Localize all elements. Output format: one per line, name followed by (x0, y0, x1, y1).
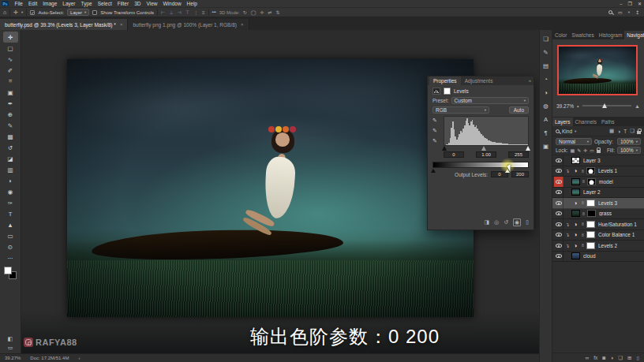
layer-row[interactable]: ↴◑8Color Balance 1 (552, 230, 644, 241)
libraries-panel-icon[interactable]: ❏ (543, 35, 549, 43)
move-tool[interactable]: ✛ (3, 32, 18, 43)
document-tab[interactable]: butterfly.psd @ 39.3% (Levels 3, Layer M… (0, 19, 128, 30)
menu-layer[interactable]: Layer (60, 1, 78, 6)
menu-select[interactable]: Select (95, 1, 114, 6)
layer-mask-thumbnail[interactable] (586, 221, 595, 228)
edit-toolbar[interactable]: ⋯ (3, 252, 18, 263)
zoom-in-icon[interactable]: ▲ (635, 103, 640, 109)
distribute-h-icon[interactable]: ⋮ (193, 9, 198, 15)
screen-mode-icon[interactable]: ▭ (8, 345, 13, 351)
frame-tool[interactable]: ▣ (3, 87, 18, 98)
opacity-dropdown[interactable]: 100%▾ (617, 138, 641, 145)
gradient-tool[interactable]: ▥ (3, 164, 18, 175)
info-panel-icon[interactable]: ▣ (543, 143, 549, 150)
adjustments-panel-icon[interactable]: ◑ (544, 89, 548, 96)
layer-row[interactable]: ◑8Levels 3 (552, 198, 644, 209)
input-gamma-slider[interactable] (481, 146, 486, 151)
history-brush-tool[interactable]: ↺ (3, 142, 18, 153)
tab-swatches[interactable]: Swatches (570, 31, 597, 39)
orbit-3d-icon[interactable]: ↻ (243, 9, 247, 15)
layer-thumbnail[interactable] (571, 178, 580, 185)
layer-name[interactable]: Color Balance 1 (598, 232, 635, 237)
lock-icon[interactable] (637, 131, 641, 134)
menu-edit[interactable]: Edit (25, 1, 39, 6)
menu-type[interactable]: Type (78, 1, 95, 6)
move-tool-icon[interactable]: ✛ (13, 9, 18, 15)
lasso-tool[interactable]: ∿ (3, 54, 18, 65)
layer-row[interactable]: Layer 2 (552, 188, 644, 199)
delete-layer-icon[interactable]: ▯ (636, 355, 639, 361)
paragraph-panel-icon[interactable]: ¶ (544, 129, 547, 136)
lock-artboard-icon[interactable]: ▭ (590, 147, 594, 153)
menu-window[interactable]: Window (160, 1, 184, 6)
layer-name[interactable]: Hue/Saturation 1 (598, 222, 637, 227)
close-tab-icon[interactable]: × (241, 22, 244, 27)
layer-row[interactable]: 8grass (552, 209, 644, 220)
blur-tool[interactable]: ◗ (3, 175, 18, 186)
search-icon[interactable] (608, 10, 612, 14)
brushes-panel-icon[interactable]: ▤ (543, 62, 549, 69)
align-top-icon[interactable]: ⊤ (185, 9, 189, 15)
tab-paths[interactable]: Paths (599, 118, 617, 126)
filter-type-layers-icon[interactable]: T (623, 129, 627, 134)
clip-to-layer-icon[interactable]: ◨ (484, 219, 489, 226)
layer-thumbnail[interactable] (571, 210, 580, 217)
toggle-visibility-icon[interactable]: ◉ (513, 218, 521, 226)
lock-image-icon[interactable]: ✎ (577, 147, 581, 153)
layer-name[interactable]: grass (599, 211, 612, 216)
slide-3d-icon[interactable]: ⇄ (268, 9, 272, 15)
menu-3d[interactable]: 3D (132, 1, 144, 6)
auto-select-target-dropdown[interactable]: Layer▾ (67, 9, 89, 16)
more-options-icon[interactable]: ••• (212, 10, 216, 14)
distribute-v-icon[interactable]: ≡ (202, 10, 205, 15)
chevron-down-icon[interactable]: ▾ (575, 129, 576, 133)
layer-name[interactable]: Levels 1 (598, 168, 617, 174)
navigator-zoom-value[interactable]: 39.27% (556, 103, 574, 109)
layer-mask-thumbnail[interactable] (587, 210, 596, 217)
output-black-slider[interactable] (431, 169, 436, 173)
menu-filter[interactable]: Filter (114, 1, 131, 6)
layer-mask-thumbnail[interactable] (587, 178, 596, 185)
layer-row[interactable]: ↴◑8Levels 2 (552, 241, 644, 252)
input-white-value[interactable]: 255 (508, 151, 529, 158)
status-zoom[interactable]: 39.27% (5, 356, 21, 360)
layer-visibility-toggle[interactable] (554, 230, 564, 241)
layer-name[interactable]: model (599, 179, 613, 185)
new-layer-icon[interactable]: ⊞ (627, 355, 631, 361)
layer-visibility-toggle[interactable] (554, 188, 564, 198)
restore-button[interactable]: ❐ (628, 1, 632, 6)
layer-name[interactable]: Levels 2 (598, 243, 617, 248)
healing-brush-tool[interactable]: ⊕ (3, 109, 18, 120)
layer-thumbnail[interactable] (571, 157, 580, 164)
output-white-value[interactable]: 200 (511, 171, 529, 177)
align-center-h-icon[interactable]: ⊥ (169, 9, 173, 15)
close-tab-icon[interactable]: × (120, 22, 123, 27)
marquee-tool[interactable]: ▢ (3, 43, 18, 54)
add-adjustment-layer-icon[interactable]: ◑ (610, 355, 613, 360)
status-chevron-icon[interactable]: › (78, 356, 80, 360)
layer-name[interactable]: Layer 3 (583, 158, 601, 163)
tab-channels[interactable]: Channels (573, 118, 599, 126)
document-tab[interactable]: butterfly png 1.png @ 100% (Layer 1, RGB… (128, 19, 249, 30)
align-left-icon[interactable]: ⊢ (161, 9, 165, 15)
view-previous-state-icon[interactable]: ◎ (494, 219, 499, 226)
lock-position-icon[interactable]: ✛ (583, 147, 587, 153)
workspace-icon[interactable]: ▭ (618, 10, 623, 15)
layer-name[interactable]: Levels 3 (598, 200, 617, 206)
show-transform-checkbox[interactable] (92, 10, 97, 15)
character-panel-icon[interactable]: A (544, 116, 548, 123)
zoom-out-icon[interactable]: ▴ (577, 103, 579, 108)
black-point-eyedropper-icon[interactable]: ✎ (432, 118, 437, 124)
roll-3d-icon[interactable]: ◯ (251, 9, 256, 15)
auto-button[interactable]: Auto (509, 106, 529, 114)
pan-3d-icon[interactable]: ✛ (260, 9, 264, 15)
preset-dropdown[interactable]: Custom▾ (451, 97, 529, 104)
layer-mask-thumbnail[interactable] (586, 231, 595, 238)
layer-effects-icon[interactable]: fx (593, 355, 597, 360)
zoom-tool[interactable]: ⊙ (3, 241, 18, 252)
brush-tool[interactable]: ✎ (3, 120, 18, 131)
quick-mask-icon[interactable]: ◧ (8, 336, 13, 342)
type-tool[interactable]: T (3, 208, 18, 219)
eyedropper-tool[interactable]: ✒ (3, 98, 18, 109)
delete-adjustment-icon[interactable]: ▯ (526, 219, 529, 226)
